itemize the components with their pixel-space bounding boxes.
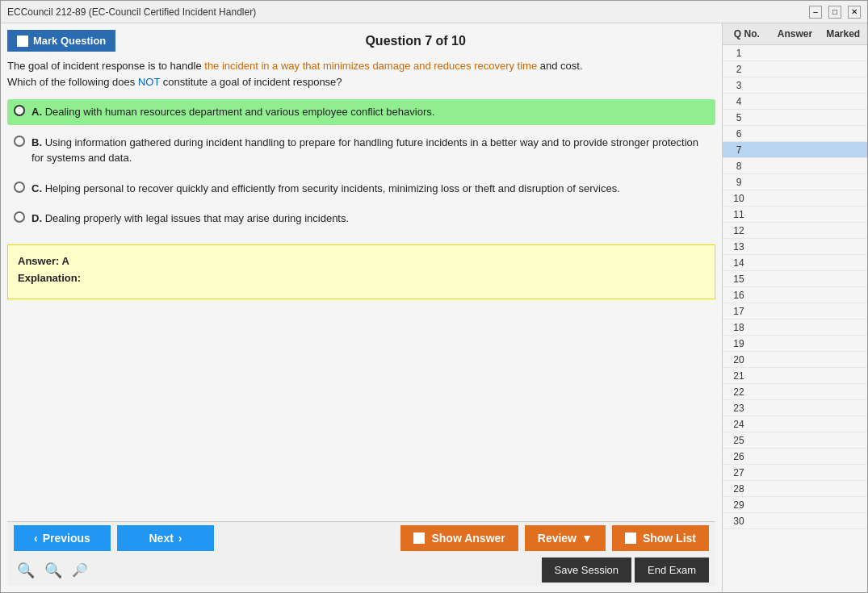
table-row[interactable]: 5 (723, 110, 867, 126)
table-row[interactable]: 16 (723, 287, 867, 303)
q-number: 27 (723, 467, 755, 478)
zoom-normal-button[interactable]: 🔍 (41, 560, 65, 581)
table-row[interactable]: 29 (723, 497, 867, 513)
table-row[interactable]: 30 (723, 513, 867, 529)
question-text-highlight2: NOT (138, 76, 160, 88)
table-row[interactable]: 1 (723, 45, 867, 61)
table-row[interactable]: 9 (723, 174, 867, 190)
next-label: Next (149, 532, 173, 545)
next-button[interactable]: Next › (117, 525, 214, 551)
q-number: 8 (723, 161, 755, 172)
q-number: 30 (723, 516, 755, 527)
table-row[interactable]: 7 (723, 142, 867, 158)
table-row[interactable]: 12 (723, 223, 867, 239)
table-row[interactable]: 23 (723, 400, 867, 416)
table-row[interactable]: 4 (723, 94, 867, 110)
table-row[interactable]: 22 (723, 384, 867, 400)
q-number: 9 (723, 177, 755, 188)
q-number: 15 (723, 274, 755, 285)
table-row[interactable]: 11 (723, 207, 867, 223)
col-marked-header: Marked (819, 27, 867, 41)
q-number: 21 (723, 370, 755, 382)
minimize-button[interactable]: – (809, 6, 822, 19)
question-list-header: Q No. Answer Marked (723, 23, 867, 45)
q-number: 4 (723, 96, 755, 107)
zoom-out-button[interactable]: 🔎 (69, 561, 91, 579)
q-number: 13 (723, 241, 755, 253)
q-number: 5 (723, 112, 755, 123)
review-button[interactable]: Review ▼ (525, 525, 606, 551)
previous-button[interactable]: ‹ Previous (14, 525, 111, 551)
table-row[interactable]: 20 (723, 352, 867, 368)
table-row[interactable]: 27 (723, 465, 867, 481)
explanation-line: Explanation: (18, 272, 705, 284)
bottom-nav-row: ‹ Previous Next › Show Answer Review ▼ (7, 521, 715, 554)
question-text-part1: The goal of incident response is to hand… (7, 60, 204, 72)
table-row[interactable]: 15 (723, 271, 867, 287)
close-button[interactable]: ✕ (848, 6, 861, 19)
question-title: Question 7 of 10 (115, 34, 715, 48)
save-session-button[interactable]: Save Session (542, 558, 632, 583)
review-label: Review (538, 532, 577, 545)
table-row[interactable]: 24 (723, 416, 867, 432)
left-panel: Mark Question Question 7 of 10 The goal … (1, 23, 722, 592)
mark-question-button[interactable]: Mark Question (7, 30, 115, 52)
table-row[interactable]: 17 (723, 303, 867, 319)
q-number: 28 (723, 483, 755, 495)
table-row[interactable]: 19 (723, 336, 867, 352)
q-number: 26 (723, 451, 755, 462)
radio-a (14, 105, 25, 116)
q-number: 1 (723, 48, 755, 59)
answer-label: Answer: A (18, 255, 69, 267)
show-answer-button[interactable]: Show Answer (400, 525, 518, 551)
show-list-label: Show List (643, 532, 696, 545)
table-row[interactable]: 10 (723, 190, 867, 207)
main-window: ECCouncil 212-89 (EC-Council Certified I… (0, 0, 868, 593)
radio-c (14, 182, 25, 193)
window-controls: – □ ✕ (809, 6, 861, 19)
q-number: 3 (723, 80, 755, 91)
zoom-in-button[interactable]: 🔍 (14, 560, 38, 581)
question-list: 1 2 3 4 5 6 7 8 9 10 11 (723, 45, 867, 592)
next-arrow-icon: › (178, 532, 182, 545)
main-content: Mark Question Question 7 of 10 The goal … (1, 23, 867, 592)
option-d[interactable]: D. Dealing properly with legal issues th… (7, 206, 715, 232)
table-row[interactable]: 6 (723, 126, 867, 142)
table-row[interactable]: 26 (723, 449, 867, 465)
option-c[interactable]: C. Helping personal to recover quickly a… (7, 176, 715, 202)
table-row[interactable]: 21 (723, 368, 867, 384)
q-number: 24 (723, 419, 755, 430)
table-row[interactable]: 25 (723, 432, 867, 449)
table-row[interactable]: 28 (723, 481, 867, 497)
mark-checkbox-icon (17, 35, 28, 47)
option-a[interactable]: A. Dealing with human resources departme… (7, 99, 715, 125)
prev-arrow-icon: ‹ (34, 532, 38, 545)
options-list: A. Dealing with human resources departme… (7, 99, 715, 232)
maximize-button[interactable]: □ (828, 6, 841, 19)
table-row[interactable]: 2 (723, 61, 867, 77)
q-number: 12 (723, 225, 755, 236)
bottom-buttons-row: 🔍 🔍 🔎 Save Session End Exam (7, 554, 715, 586)
review-dropdown-icon: ▼ (581, 532, 593, 545)
show-list-checkbox-icon: ✓ (625, 532, 636, 544)
option-b[interactable]: B. Using information gathered during inc… (7, 130, 715, 171)
q-number: 16 (723, 290, 755, 301)
show-list-button[interactable]: ✓ Show List (612, 525, 709, 551)
q-number: 2 (723, 64, 755, 75)
table-row[interactable]: 3 (723, 77, 867, 94)
table-row[interactable]: 13 (723, 239, 867, 255)
q-number: 29 (723, 499, 755, 511)
header-bar: Mark Question Question 7 of 10 (7, 30, 715, 52)
option-d-text: D. Dealing properly with legal issues th… (31, 211, 349, 227)
explanation-label: Explanation: (18, 272, 81, 284)
q-number: 22 (723, 386, 755, 398)
table-row[interactable]: 8 (723, 158, 867, 174)
q-number: 14 (723, 257, 755, 269)
question-text-highlight1: the incident in a way that minimizes dam… (204, 60, 537, 72)
q-number: 6 (723, 128, 755, 140)
table-row[interactable]: 14 (723, 255, 867, 271)
end-exam-button[interactable]: End Exam (635, 558, 709, 583)
right-panel: Q No. Answer Marked 1 2 3 4 5 6 7 8 (722, 23, 867, 592)
table-row[interactable]: 18 (723, 319, 867, 336)
title-bar: ECCouncil 212-89 (EC-Council Certified I… (1, 1, 867, 23)
